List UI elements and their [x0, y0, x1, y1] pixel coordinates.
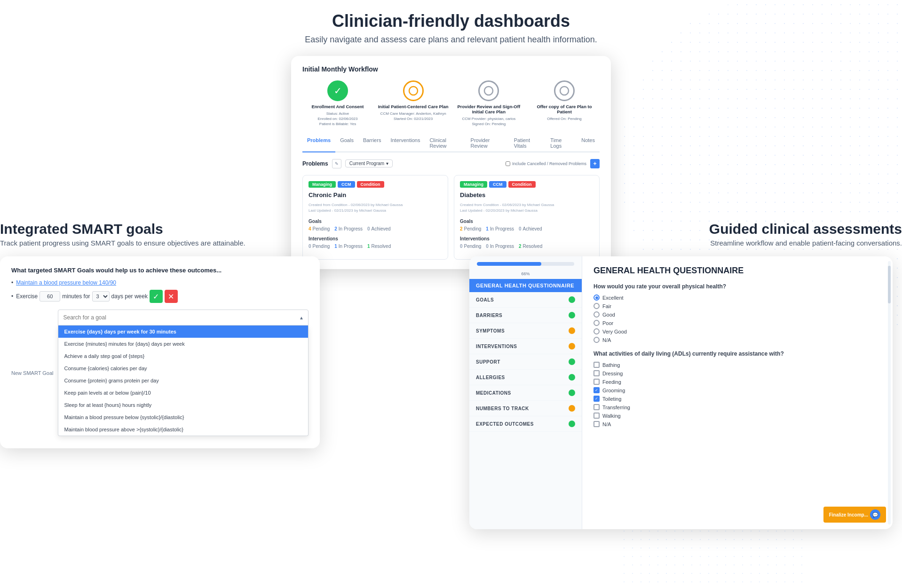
workflow-step-4[interactable]: Offer copy of Care Plan to Patient Offer…	[529, 80, 600, 121]
assessment-card: 66% GENERAL HEALTH QUESTIONNAIRE GOALS B…	[469, 256, 893, 529]
checkbox-box-walking[interactable]	[593, 413, 600, 419]
radio-group-q1: Excellent Fair Good Poor Very Good	[593, 294, 881, 343]
nav-label-interventions: INTERVENTIONS	[476, 344, 517, 349]
step-circle-2	[403, 80, 424, 101]
checkbox-label-transferring: Transferring	[602, 405, 630, 410]
tab-time-logs[interactable]: Time Logs	[546, 135, 577, 152]
assessment-content: GENERAL HEALTH QUESTIONNAIRE How would y…	[582, 256, 893, 529]
radio-poor[interactable]: Poor	[593, 320, 881, 326]
nav-item-allergies[interactable]: ALLERGIES	[469, 370, 582, 385]
dropdown-item-6[interactable]: Keep pain levels at or below {pain}/10	[58, 387, 308, 399]
dropdown-item-9[interactable]: Maintain blood pressure above >{systolic…	[58, 423, 308, 436]
nav-item-medications[interactable]: MEDICATIONS	[469, 385, 582, 401]
dropdown-item-5[interactable]: Consume {protein} grams protein per day	[58, 374, 308, 387]
cancel-goal-btn[interactable]: ✕	[165, 290, 178, 303]
step-info-3: CCM Provider: physician, carlosSigned On…	[462, 116, 515, 127]
bullet-1: •	[11, 279, 13, 286]
step-label-3: Provider Review and Sign-Off Initial Car…	[453, 104, 524, 114]
dropdown-item-2[interactable]: Exercise {minutes} minutes for {days} da…	[58, 338, 308, 350]
checkbox-box-grooming[interactable]	[593, 387, 600, 393]
nav-dot-allergies	[569, 374, 575, 381]
nav-item-goals[interactable]: GOALS	[469, 292, 582, 308]
nav-section-title: GENERAL HEALTH QUESTIONNAIRE	[469, 279, 582, 292]
checkbox-grooming[interactable]: Grooming	[593, 387, 881, 393]
clinical-heading: Guided clinical assessments	[469, 221, 902, 237]
step-info-2: CCM Care Manager: Anderton, KathrynStart…	[380, 111, 446, 121]
nav-item-barriers[interactable]: BARRIERS	[469, 308, 582, 323]
radio-excellent[interactable]: Excellent	[593, 294, 881, 301]
workflow-step-1[interactable]: ✓ Enrollment And Consent Status: ActiveE…	[302, 80, 373, 127]
checkbox-box-na-q2[interactable]	[593, 421, 600, 427]
checkbox-transferring[interactable]: Transferring	[593, 404, 881, 410]
dropdown-item-7[interactable]: Sleep for at least {hours} hours nightly	[58, 399, 308, 411]
exercise-minutes-input[interactable]	[40, 291, 60, 302]
checkbox-label-toileting: Toileting	[602, 396, 621, 402]
confirm-goal-btn[interactable]: ✓	[150, 290, 163, 303]
nav-item-symptoms[interactable]: SYMPTOMS	[469, 323, 582, 339]
tab-notes[interactable]: Notes	[577, 135, 600, 152]
radio-circle-poor[interactable]	[593, 320, 600, 326]
checkbox-feeding[interactable]: Feeding	[593, 379, 881, 385]
exercise-middle: minutes for	[62, 293, 90, 300]
checkbox-box-feeding[interactable]	[593, 379, 600, 385]
tab-interventions[interactable]: Interventions	[386, 135, 425, 152]
include-cancelled-checkbox[interactable]: Include Cancelled / Removed Problems	[506, 161, 586, 166]
radio-na-q1[interactable]: N/A	[593, 337, 881, 343]
checkbox-group-q2: Bathing Dressing Feeding Grooming Toilet…	[593, 362, 881, 427]
goal-link-1[interactable]: Maintain a blood pressure below 140/90	[16, 279, 116, 286]
scrollbar-thumb[interactable]	[888, 266, 891, 303]
checkbox-box-transferring[interactable]	[593, 404, 600, 410]
tab-patient-vitals[interactable]: Patient Vitals	[509, 135, 546, 152]
problem-name-2: Diabetes	[460, 191, 593, 199]
radio-circle-good[interactable]	[593, 311, 600, 318]
add-problem-btn[interactable]: +	[590, 159, 600, 168]
radio-circle-na-q1[interactable]	[593, 337, 600, 343]
circle-icon	[408, 85, 419, 96]
stat-label-inprogress-1: In Progress	[339, 226, 363, 231]
include-cancelled-input[interactable]	[506, 161, 510, 166]
dropdown-item-4[interactable]: Consume {calories} calories per day	[58, 362, 308, 374]
radio-circle-fair[interactable]	[593, 303, 600, 309]
questionnaire-title: GENERAL HEALTH QUESTIONNAIRE	[593, 266, 881, 276]
checkbox-label-grooming: Grooming	[602, 388, 625, 393]
tab-clinical-review[interactable]: Clinical Review	[425, 135, 466, 152]
nav-item-support[interactable]: SUPPORT	[469, 354, 582, 370]
checkbox-dressing[interactable]: Dressing	[593, 370, 881, 376]
current-program-dropdown[interactable]: Current Program ▾	[345, 159, 393, 167]
exercise-days-select[interactable]: 3 4 5 6 7	[92, 291, 110, 302]
checkbox-walking[interactable]: Walking	[593, 413, 881, 419]
checkbox-toileting[interactable]: Toileting	[593, 396, 881, 402]
checkbox-na-q2[interactable]: N/A	[593, 421, 881, 427]
goal-search-input[interactable]	[58, 310, 309, 326]
nav-item-outcomes[interactable]: EXPECTED OUTCOMES	[469, 416, 582, 432]
checkbox-box-dressing[interactable]	[593, 370, 600, 376]
radio-circle-verygood[interactable]	[593, 328, 600, 334]
tab-goals[interactable]: Goals	[335, 135, 358, 152]
progress-bar-fill	[477, 262, 541, 266]
checkmark-icon: ✓	[334, 85, 342, 96]
goal-dropdown-list: Exercise {days} days per week for 30 min…	[58, 326, 309, 436]
dropdown-item-8[interactable]: Maintain a blood pressure below {systoli…	[58, 411, 308, 423]
tab-provider-review[interactable]: Provider Review	[466, 135, 509, 152]
radio-circle-excellent[interactable]	[593, 294, 600, 301]
workflow-step-3[interactable]: Provider Review and Sign-Off Initial Car…	[453, 80, 524, 127]
radio-verygood[interactable]: Very Good	[593, 328, 881, 334]
checkbox-box-bathing[interactable]	[593, 362, 600, 368]
radio-label-poor: Poor	[602, 320, 613, 326]
finalize-btn[interactable]: Finalize Incomp... 💬	[823, 507, 886, 523]
checkbox-bathing[interactable]: Bathing	[593, 362, 881, 368]
tab-problems[interactable]: Problems	[302, 135, 335, 152]
assessment-nav: 66% GENERAL HEALTH QUESTIONNAIRE GOALS B…	[469, 256, 582, 529]
edit-problems-btn[interactable]: ✎	[332, 159, 341, 168]
checkbox-box-toileting[interactable]	[593, 396, 600, 402]
nav-item-numbers[interactable]: NUMBERS TO TRACK	[469, 401, 582, 416]
workflow-title: Initial Monthly Workflow	[302, 65, 600, 73]
tab-barriers[interactable]: Barriers	[358, 135, 386, 152]
dropdown-item-3[interactable]: Achieve a daily step goal of {steps}	[58, 350, 308, 362]
workflow-step-2[interactable]: Initial Patient-Centered Care Plan CCM C…	[378, 80, 449, 121]
radio-fair[interactable]: Fair	[593, 303, 881, 309]
radio-good[interactable]: Good	[593, 311, 881, 318]
nav-item-interventions[interactable]: INTERVENTIONS	[469, 339, 582, 354]
tag-ccm-1: CCM	[338, 181, 355, 188]
dropdown-item-1[interactable]: Exercise {days} days per week for 30 min…	[58, 326, 308, 338]
